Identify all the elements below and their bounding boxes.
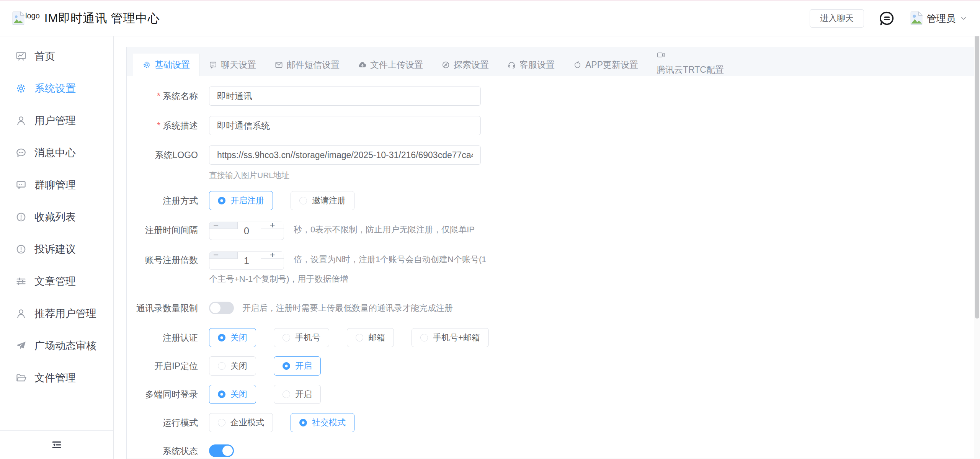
increment-button[interactable]: + [261, 222, 284, 229]
sidebar-item-message-center[interactable]: 消息中心 [0, 137, 113, 169]
field-help: 开启后，注册时需要上传最低数量的通讯录才能完成注册 [242, 302, 453, 314]
tab-customer-service-settings[interactable]: 客服设置 [498, 54, 564, 76]
radio-option-手机号[interactable]: 手机号 [274, 328, 329, 347]
contacts-limit-toggle[interactable] [209, 302, 234, 314]
form-row-system-logo: 系统LOGO 直接输入图片URL地址 [127, 145, 974, 181]
system-desc-input[interactable] [209, 116, 481, 135]
compass-icon [441, 60, 450, 69]
sidebar-item-user-management[interactable]: 用户管理 [0, 105, 113, 137]
field-label: 账号注册倍数 [127, 250, 198, 270]
sidebar-footer [0, 430, 113, 459]
radio-label: 开启 [295, 389, 312, 400]
required-asterisk: * [157, 121, 160, 131]
sidebar-item-file-management[interactable]: 文件管理 [0, 362, 113, 394]
radio-label: 邮箱 [368, 332, 385, 343]
field-label: *系统描述 [127, 116, 198, 135]
form-row-register-mode: 注册方式 开启注册邀请注册 [127, 191, 974, 210]
system-logo-url-input[interactable] [209, 145, 481, 165]
page-title: IM即时通讯 管理中心 [44, 10, 160, 26]
radio-dot-icon [283, 334, 290, 341]
increment-button[interactable]: + [261, 252, 284, 259]
tab-label: 邮件短信设置 [287, 59, 340, 71]
tab-label: APP更新设置 [585, 59, 638, 71]
ip-location-radio-group: 关闭开启 [209, 356, 338, 376]
radio-label: 关闭 [230, 389, 247, 400]
tab-tencent-trtc-config[interactable]: 腾讯云TRTC配置 [647, 47, 733, 76]
sidebar-item-label: 系统设置 [34, 82, 76, 95]
field-label: 注册方式 [127, 191, 198, 210]
sidebar-item-label: 投诉建议 [34, 242, 76, 256]
decrement-button[interactable]: − [209, 252, 238, 259]
radio-option-开启注册[interactable]: 开启注册 [209, 191, 273, 210]
radio-option-开启[interactable]: 开启 [274, 385, 321, 404]
sidebar-item-recommended-user-management[interactable]: 推荐用户管理 [0, 297, 113, 330]
basic-settings-form: *系统名称 *系统描述 系统LOGO 直接输入图片URL地址 [127, 76, 974, 459]
form-row-system-desc: *系统描述 [127, 116, 974, 135]
sidebar-item-article-management[interactable]: 文章管理 [0, 265, 113, 297]
chat-bubble-icon[interactable] [879, 10, 895, 27]
radio-option-企业模式[interactable]: 企业模式 [209, 413, 273, 432]
system-name-input[interactable] [209, 87, 481, 106]
app-logo: logo [12, 11, 40, 25]
field-help: 秒，0表示不限制，防止用户无限注册，仅限单IP [294, 225, 475, 234]
sidebar-item-square-post-review[interactable]: 广场动态审核 [0, 330, 113, 362]
sidebar-item-group-chat-management[interactable]: 群聊管理 [0, 169, 113, 201]
tab-label: 基础设置 [155, 59, 190, 71]
tab-basic-settings[interactable]: 基础设置 [133, 54, 199, 76]
radio-option-关闭[interactable]: 关闭 [209, 328, 256, 347]
user-menu[interactable]: 管理员 [910, 11, 968, 25]
warning-circle-icon [15, 211, 27, 223]
tab-app-update-settings[interactable]: APP更新设置 [564, 54, 647, 76]
form-row-register-interval: 注册时间间隔 − + 0 秒，0表示不限制，防止用户无限注册，仅限单IP [127, 221, 974, 240]
required-asterisk: * [157, 91, 160, 101]
sidebar-item-favorites-list[interactable]: 收藏列表 [0, 201, 113, 233]
enter-chat-button[interactable]: 进入聊天 [810, 9, 864, 28]
user-icon [15, 115, 27, 126]
radio-label: 邀请注册 [312, 195, 346, 206]
radio-option-关闭[interactable]: 关闭 [209, 385, 256, 404]
tab-explore-settings[interactable]: 探索设置 [432, 54, 498, 76]
avatar-broken-image-icon [910, 11, 923, 25]
tab-label: 腾讯云TRTC配置 [657, 64, 724, 76]
radio-option-邮箱[interactable]: 邮箱 [347, 328, 394, 347]
field-help: 直接输入图片URL地址 [209, 170, 481, 181]
radio-option-邀请注册[interactable]: 邀请注册 [291, 191, 354, 210]
tab-chat-settings[interactable]: 聊天设置 [199, 54, 265, 76]
logo-alt-text: logo [25, 11, 40, 20]
radio-dot-icon [283, 390, 290, 398]
radio-option-社交模式[interactable]: 社交模式 [291, 413, 354, 432]
radio-dot-icon [218, 197, 225, 204]
form-row-register-auth: 注册认证 关闭手机号邮箱手机号+邮箱 [127, 328, 974, 347]
scrollbar-thumb[interactable] [975, 36, 979, 319]
user-name: 管理员 [927, 12, 956, 25]
system-status-toggle[interactable] [209, 444, 234, 457]
collapse-sidebar-icon[interactable] [51, 439, 62, 451]
decrement-button[interactable]: − [209, 222, 238, 229]
radio-option-手机号+邮箱[interactable]: 手机号+邮箱 [412, 328, 489, 347]
radio-option-开启[interactable]: 开启 [274, 356, 321, 376]
tab-file-upload-settings[interactable]: 文件上传设置 [349, 54, 432, 76]
sidebar-item-label: 推荐用户管理 [34, 307, 96, 320]
sidebar-item-label: 群聊管理 [34, 178, 76, 192]
sidebar-item-system-settings[interactable]: 系统设置 [0, 72, 113, 105]
scrollbar[interactable] [974, 36, 980, 459]
register-auth-radio-group: 关闭手机号邮箱手机号+邮箱 [209, 328, 506, 347]
sidebar-item-home[interactable]: 首页 [0, 40, 113, 72]
field-label: 系统LOGO [127, 145, 198, 165]
chat-square-icon [209, 60, 217, 69]
cloud-upload-icon [358, 60, 367, 69]
settings-tabs: 基础设置聊天设置邮件短信设置文件上传设置探索设置客服设置APP更新设置腾讯云TR… [127, 47, 974, 76]
folder-icon [15, 372, 27, 384]
register-multiple-stepper: − + 1 [209, 252, 284, 270]
tab-label: 聊天设置 [221, 59, 256, 71]
radio-option-关闭[interactable]: 关闭 [209, 356, 256, 376]
tab-label: 客服设置 [519, 59, 555, 71]
chat-dots-icon [15, 147, 27, 158]
field-label: *系统名称 [127, 87, 198, 106]
radio-label: 开启注册 [230, 195, 264, 206]
tab-mail-sms-settings[interactable]: 邮件短信设置 [265, 54, 349, 76]
radio-label: 手机号 [295, 332, 320, 343]
sidebar-item-complaints-suggestions[interactable]: 投诉建议 [0, 233, 113, 265]
radio-dot-icon [218, 334, 225, 341]
settings-card: 基础设置聊天设置邮件短信设置文件上传设置探索设置客服设置APP更新设置腾讯云TR… [126, 47, 974, 459]
